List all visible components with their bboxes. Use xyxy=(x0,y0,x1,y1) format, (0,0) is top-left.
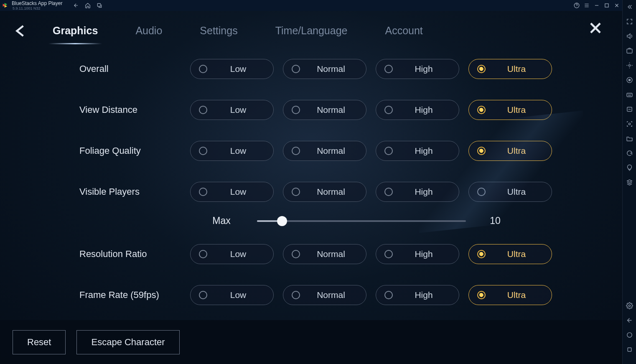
max-players-slider[interactable] xyxy=(257,220,466,222)
keymap-icon[interactable] xyxy=(626,91,633,98)
android-recents-icon[interactable] xyxy=(626,346,633,353)
row-visible-players: Visible Players Low Normal High Ultra xyxy=(0,182,622,202)
escape-character-button[interactable]: Escape Character xyxy=(76,330,179,354)
bluestacks-sidebar xyxy=(622,0,636,364)
row-max-players-slider: Max 10 xyxy=(0,215,622,227)
svg-point-11 xyxy=(627,333,631,337)
overall-normal[interactable]: Normal xyxy=(283,59,366,79)
nav-home-icon[interactable] xyxy=(85,3,91,8)
svg-rect-12 xyxy=(628,348,631,351)
svg-point-10 xyxy=(628,305,630,306)
tab-account[interactable]: Account xyxy=(385,25,422,37)
resolution-normal[interactable]: Normal xyxy=(283,244,366,264)
framerate-normal[interactable]: Normal xyxy=(283,285,366,305)
screenshot2-icon[interactable] xyxy=(626,120,633,127)
framerate-low[interactable]: Low xyxy=(190,285,274,305)
close-window-icon[interactable] xyxy=(614,3,620,8)
fullscreen-icon[interactable] xyxy=(626,18,633,25)
rotate-icon[interactable] xyxy=(626,150,633,157)
visible-players-low[interactable]: Low xyxy=(190,182,274,202)
slider-value: 10 xyxy=(478,215,512,227)
row-overall: Overall Low Normal High Ultra xyxy=(0,59,622,79)
close-settings-icon[interactable] xyxy=(588,20,603,36)
minimize-icon[interactable] xyxy=(594,3,600,8)
android-home-icon[interactable] xyxy=(626,331,633,339)
svg-point-9 xyxy=(628,123,630,125)
svg-rect-0 xyxy=(98,3,101,6)
slider-thumb[interactable] xyxy=(277,216,287,226)
svg-rect-7 xyxy=(627,93,632,97)
visible-players-normal[interactable]: Normal xyxy=(283,182,366,202)
settings-tabs: Graphics Audio Settings Time/Language Ac… xyxy=(0,11,622,42)
graphics-settings-panel: Overall Low Normal High Ultra View Dista… xyxy=(0,42,622,320)
row-resolution-ratio: Resolution Ratio Low Normal High Ultra xyxy=(0,244,622,264)
maximize-icon[interactable] xyxy=(604,3,610,8)
row-view-distance: View Distance Low Normal High Ultra xyxy=(0,100,622,120)
resolution-low[interactable]: Low xyxy=(190,244,274,264)
foliage-ultra[interactable]: Ultra xyxy=(468,141,552,161)
visible-players-ultra[interactable]: Ultra xyxy=(468,182,552,202)
view-distance-normal[interactable]: Normal xyxy=(283,100,366,120)
overall-high[interactable]: High xyxy=(376,59,459,79)
framerate-high[interactable]: High xyxy=(376,285,459,305)
apk-icon[interactable] xyxy=(626,106,633,113)
foliage-low[interactable]: Low xyxy=(190,141,274,161)
android-back-icon[interactable] xyxy=(626,317,633,324)
overall-low[interactable]: Low xyxy=(190,59,274,79)
gear-icon[interactable] xyxy=(626,302,633,309)
nav-recents-icon[interactable] xyxy=(97,3,102,8)
help-icon[interactable] xyxy=(574,3,580,8)
resolution-ultra[interactable]: Ultra xyxy=(468,244,552,264)
label-frame-rate: Frame Rate (59fps) xyxy=(79,290,190,300)
view-distance-low[interactable]: Low xyxy=(190,100,274,120)
overall-ultra[interactable]: Ultra xyxy=(468,59,552,79)
svg-point-6 xyxy=(628,79,630,81)
label-view-distance: View Distance xyxy=(79,104,190,115)
label-overall: Overall xyxy=(79,64,190,74)
row-foliage-quality: Foliage Quality Low Normal High Ultra xyxy=(0,141,622,161)
visible-players-high[interactable]: High xyxy=(376,182,459,202)
tab-settings[interactable]: Settings xyxy=(200,25,237,37)
menu-icon[interactable] xyxy=(584,3,590,8)
bulb-icon[interactable] xyxy=(626,164,633,171)
screenshot-icon[interactable] xyxy=(626,47,633,54)
bluestacks-logo-icon xyxy=(3,2,9,9)
foliage-normal[interactable]: Normal xyxy=(283,141,366,161)
app-title: BlueStacks App Player xyxy=(12,0,62,6)
back-arrow-icon[interactable] xyxy=(13,23,28,38)
tab-time-language[interactable]: Time/Language xyxy=(275,25,348,37)
volume-icon[interactable] xyxy=(626,33,633,40)
label-visible-players: Visible Players xyxy=(79,186,190,197)
label-resolution-ratio: Resolution Ratio xyxy=(79,249,190,260)
nav-back-icon[interactable] xyxy=(73,3,79,8)
svg-rect-2 xyxy=(605,4,608,7)
svg-rect-3 xyxy=(627,49,632,53)
view-distance-high[interactable]: High xyxy=(376,100,459,120)
folder-icon[interactable] xyxy=(626,135,633,142)
label-foliage-quality: Foliage Quality xyxy=(79,145,190,156)
instances-icon[interactable] xyxy=(626,179,633,186)
record-icon[interactable] xyxy=(626,76,633,84)
svg-point-4 xyxy=(628,64,630,66)
tab-audio[interactable]: Audio xyxy=(135,25,162,37)
location-icon[interactable] xyxy=(626,62,633,69)
settings-footer: Reset Escape Character xyxy=(0,320,622,364)
bluestacks-titlebar: BlueStacks App Player 5.9.11.1001 N32 xyxy=(0,0,622,11)
foliage-high[interactable]: High xyxy=(376,141,459,161)
framerate-ultra[interactable]: Ultra xyxy=(468,285,552,305)
app-version: 5.9.11.1001 N32 xyxy=(13,6,62,10)
slider-label-max: Max xyxy=(190,215,253,227)
resolution-high[interactable]: High xyxy=(376,244,459,264)
collapse-sidebar-icon[interactable] xyxy=(626,3,633,10)
tab-graphics[interactable]: Graphics xyxy=(53,25,98,37)
view-distance-ultra[interactable]: Ultra xyxy=(468,100,552,120)
reset-button[interactable]: Reset xyxy=(13,330,66,354)
row-frame-rate: Frame Rate (59fps) Low Normal High Ultra xyxy=(0,285,622,305)
